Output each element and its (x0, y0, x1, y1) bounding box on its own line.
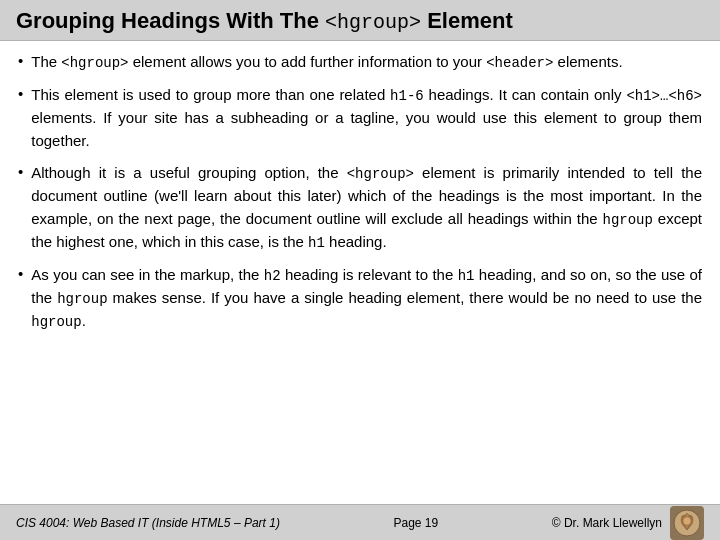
footer-logo (670, 506, 704, 540)
bullet-item-2: • This element is used to group more tha… (18, 84, 702, 152)
code-h1-h6: <h1>…<h6> (626, 88, 702, 104)
bullet-text-4: As you can see in the markup, the h2 hea… (31, 264, 702, 333)
code-hgroup-inline: hgroup (602, 212, 652, 228)
bullet-text-1: The <hgroup> element allows you to add f… (31, 51, 622, 74)
bullet-symbol-4: • (18, 265, 23, 282)
bullet-text-2: This element is used to group more than … (31, 84, 702, 152)
logo-icon (672, 508, 702, 538)
footer: CIS 4004: Web Based IT (Inside HTML5 – P… (0, 504, 720, 540)
footer-right-group: © Dr. Mark Llewellyn (552, 506, 704, 540)
code-h1-inline: h1 (308, 235, 325, 251)
code-h1-4: h1 (458, 268, 475, 284)
code-h1-6: h1-6 (390, 88, 424, 104)
bullet-item-4: • As you can see in the markup, the h2 h… (18, 264, 702, 333)
bullet-text-3: Although it is a useful grouping option,… (31, 162, 702, 254)
bullet-item-1: • The <hgroup> element allows you to add… (18, 51, 702, 74)
bullet-item-3: • Although it is a useful grouping optio… (18, 162, 702, 254)
code-hgroup-3: <hgroup> (347, 166, 414, 182)
code-hgroup-1: <hgroup> (61, 55, 128, 71)
bullet-symbol-3: • (18, 163, 23, 180)
footer-copyright: © Dr. Mark Llewellyn (552, 516, 662, 530)
svg-point-1 (683, 517, 691, 525)
code-hgroup-end: hgroup (31, 314, 81, 330)
page-title: Grouping Headings With The <hgroup> Elem… (16, 8, 704, 34)
title-bar: Grouping Headings With The <hgroup> Elem… (0, 0, 720, 41)
footer-page-number: Page 19 (393, 516, 438, 530)
footer-course-info: CIS 4004: Web Based IT (Inside HTML5 – P… (16, 516, 280, 530)
page-container: Grouping Headings With The <hgroup> Elem… (0, 0, 720, 540)
bullet-symbol-1: • (18, 52, 23, 69)
title-text-after: Element (421, 8, 513, 33)
title-code: <hgroup> (325, 11, 421, 34)
bullet-symbol-2: • (18, 85, 23, 102)
title-text-before: Grouping Headings With The (16, 8, 325, 33)
code-hgroup-4: hgroup (57, 291, 107, 307)
code-header: <header> (486, 55, 553, 71)
code-h2: h2 (264, 268, 281, 284)
content-area: • The <hgroup> element allows you to add… (0, 41, 720, 504)
